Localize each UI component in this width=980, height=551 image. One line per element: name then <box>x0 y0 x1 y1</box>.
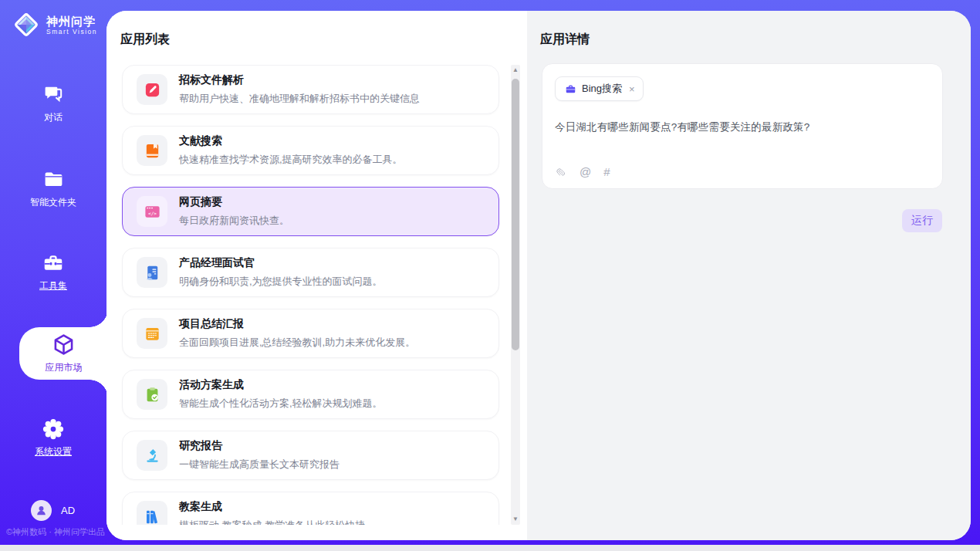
briefcase-icon <box>565 83 576 95</box>
sidebar: 神州问学 Smart Vision 对话 智能文件夹 工具集 <box>0 0 106 545</box>
sidebar-item-label: 系统设置 <box>0 445 106 458</box>
app-desc: 快速精准查找学术资源,提高研究效率的必备工具。 <box>179 153 403 167</box>
tab-curve-bottom <box>90 380 108 398</box>
resume-icon <box>144 264 161 282</box>
tab-curve-top <box>90 309 108 327</box>
run-button[interactable]: 运行 <box>902 209 942 232</box>
app-card-research-report[interactable]: 研究报告 一键智能生成高质量长文本研究报告 <box>122 431 499 480</box>
sidebar-item-toolset[interactable]: 工具集 <box>0 252 106 292</box>
content-sheet: 应用列表 招标文件解析 帮助用户快速、准确地理解和解析招标书中的关键信息 <box>106 11 971 540</box>
sidebar-item-label: 工具集 <box>0 279 106 292</box>
app-title: 活动方案生成 <box>179 378 383 392</box>
app-title: 研究报告 <box>179 439 340 453</box>
svg-text:</>: </> <box>147 210 156 215</box>
brand-text: 神州问学 Smart Vision <box>46 15 97 35</box>
app-list-panel: 应用列表 招标文件解析 帮助用户快速、准确地理解和解析招标书中的关键信息 <box>106 11 527 540</box>
app-desc: 模板驱动,教案秒成,教学准备从此轻松快捷 <box>179 519 365 525</box>
tag-close-icon[interactable]: × <box>629 83 635 95</box>
paperclip-icon[interactable] <box>555 165 567 178</box>
app-desc: 帮助用户快速、准确地理解和解析招标书中的关键信息 <box>179 92 420 106</box>
app-card-pm-interviewer[interactable]: 产品经理面试官 明确身份和职责,为您提供专业性的面试问题。 <box>122 248 499 297</box>
cube-icon <box>52 333 76 357</box>
tool-tag-bing-search[interactable]: Bing搜索 × <box>555 76 644 101</box>
gem-diamond-icon <box>11 9 42 40</box>
book-icon <box>144 142 161 160</box>
app-desc: 一键智能生成高质量长文本研究报告 <box>179 458 340 472</box>
app-desc: 智能生成个性化活动方案,轻松解决规划难题。 <box>179 397 383 411</box>
clipboard-check-icon <box>144 386 161 404</box>
hash-icon[interactable]: # <box>603 166 610 178</box>
app-detail-panel: 应用详情 Bing搜索 × 今日湖北有哪些新闻要点?有哪些需要关注的最新政策? … <box>527 11 971 540</box>
scroll-up-arrow[interactable]: ▲ <box>511 65 520 76</box>
sidebar-item-smart-folder[interactable]: 智能文件夹 <box>0 168 106 209</box>
scrollbar-thumb[interactable] <box>512 79 519 350</box>
prompt-card: Bing搜索 × 今日湖北有哪些新闻要点?有哪些需要关注的最新政策? @ # <box>542 63 943 189</box>
person-icon <box>35 504 48 517</box>
microscope-icon <box>144 447 161 465</box>
calendar-notes-icon <box>144 325 161 343</box>
tool-tag-label: Bing搜索 <box>582 82 622 96</box>
sidebar-item-chat[interactable]: 对话 <box>0 83 106 124</box>
brand-logo: 神州问学 Smart Vision <box>11 9 97 40</box>
pen-square-icon <box>144 81 161 99</box>
browser-code-icon: </> <box>144 203 161 221</box>
sidebar-item-label: 对话 <box>0 111 106 124</box>
copyright-footer: ©神州数码 · 神州问学出品 <box>6 526 105 538</box>
app-list-title: 应用列表 <box>120 32 170 48</box>
app-card-lesson-plan[interactable]: 教案生成 模板驱动,教案秒成,教学准备从此轻松快捷 <box>122 492 499 525</box>
app-desc: 全面回顾项目进展,总结经验教训,助力未来优化发展。 <box>179 336 415 350</box>
query-text[interactable]: 今日湖北有哪些新闻要点?有哪些需要关注的最新政策? <box>555 120 930 134</box>
avatar <box>31 500 52 521</box>
toolbox-icon <box>42 252 65 275</box>
books-icon <box>144 508 161 526</box>
sidebar-item-label: 应用市场 <box>19 361 108 374</box>
user-initials: AD <box>61 505 75 516</box>
app-card-bid-parsing[interactable]: 招标文件解析 帮助用户快速、准确地理解和解析招标书中的关键信息 <box>122 65 499 114</box>
app-desc: 明确身份和职责,为您提供专业性的面试问题。 <box>179 275 383 289</box>
app-card-literature-search[interactable]: 文献搜索 快速精准查找学术资源,提高研究效率的必备工具。 <box>122 126 499 175</box>
app-card-event-plan[interactable]: 活动方案生成 智能生成个性化活动方案,轻松解决规划难题。 <box>122 370 499 419</box>
sidebar-item-settings[interactable]: 系统设置 <box>0 417 106 458</box>
gear-icon <box>42 417 65 441</box>
brand-subtitle: Smart Vision <box>46 28 97 35</box>
app-title: 招标文件解析 <box>179 73 420 87</box>
app-card-web-summary[interactable]: </> 网页摘要 每日政府新闻资讯快查。 <box>122 187 499 236</box>
sidebar-item-app-market[interactable]: 应用市场 <box>19 327 108 380</box>
app-title: 网页摘要 <box>179 195 289 209</box>
app-title: 教案生成 <box>179 500 365 514</box>
attachment-toolbar: @ # <box>555 165 610 178</box>
app-title: 文献搜索 <box>179 134 403 148</box>
brand-name: 神州问学 <box>46 15 97 28</box>
app-desc: 每日政府新闻资讯快查。 <box>179 214 289 228</box>
app-title: 产品经理面试官 <box>179 256 383 270</box>
app-list-scroll-area[interactable]: 招标文件解析 帮助用户快速、准确地理解和解析招标书中的关键信息 文献搜索 快速精… <box>106 65 527 525</box>
scroll-down-arrow[interactable]: ▼ <box>511 514 520 525</box>
app-detail-title: 应用详情 <box>540 32 590 48</box>
app-card-project-summary[interactable]: 项目总结汇报 全面回顾项目进展,总结经验教训,助力未来优化发展。 <box>122 309 499 358</box>
sidebar-item-label: 智能文件夹 <box>0 196 106 209</box>
chat-icon <box>42 83 65 106</box>
app-title: 项目总结汇报 <box>179 317 415 331</box>
folder-icon <box>42 168 65 191</box>
at-sign-icon[interactable]: @ <box>580 166 591 178</box>
scrollbar[interactable]: ▲ ▼ <box>511 65 520 525</box>
user-profile[interactable]: AD <box>31 500 75 521</box>
